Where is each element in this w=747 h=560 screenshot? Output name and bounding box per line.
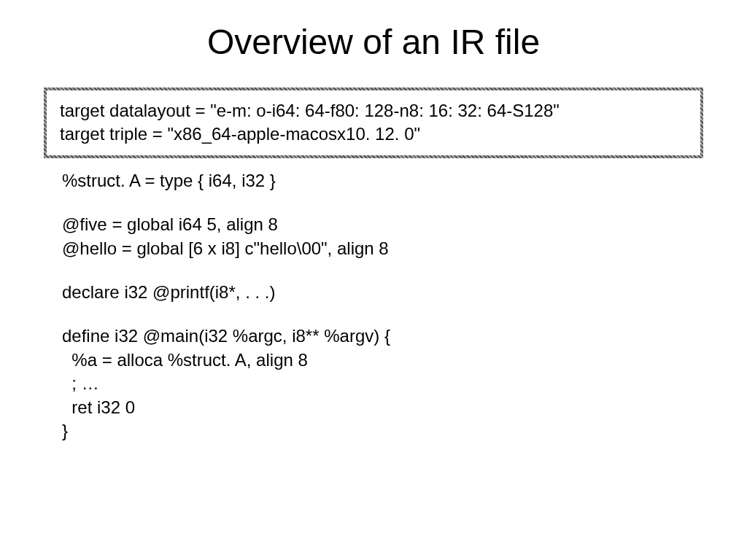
blank-line xyxy=(62,260,747,281)
code-block: %struct. A = type { i64, i32 } @five = g… xyxy=(62,169,747,443)
code-line-define: define i32 @main(i32 %argc, i8** %argv) … xyxy=(62,324,747,348)
code-line-struct: %struct. A = type { i64, i32 } xyxy=(62,169,747,192)
code-line-triple: target triple = "x86_64-apple-macosx10. … xyxy=(60,122,687,146)
code-line-close-brace: } xyxy=(62,419,747,443)
slide: Overview of an IR file target datalayout… xyxy=(0,0,747,560)
blank-line xyxy=(62,192,747,213)
code-line-ret: ret i32 0 xyxy=(62,396,747,419)
code-line-ellipsis: ; … xyxy=(62,372,747,395)
code-line-hello: @hello = global [6 x i8] c"hello\00", al… xyxy=(62,237,747,260)
blank-line xyxy=(62,304,747,324)
highlighted-code-box: target datalayout = "e-m: o-i64: 64-f80:… xyxy=(44,88,703,158)
code-line-declare: declare i32 @printf(i8*, . . .) xyxy=(62,281,747,304)
code-line-five: @five = global i64 5, align 8 xyxy=(62,213,747,236)
code-line-datalayout: target datalayout = "e-m: o-i64: 64-f80:… xyxy=(60,99,687,122)
page-title: Overview of an IR file xyxy=(0,22,747,62)
code-line-alloca: %a = alloca %struct. A, align 8 xyxy=(62,349,747,372)
